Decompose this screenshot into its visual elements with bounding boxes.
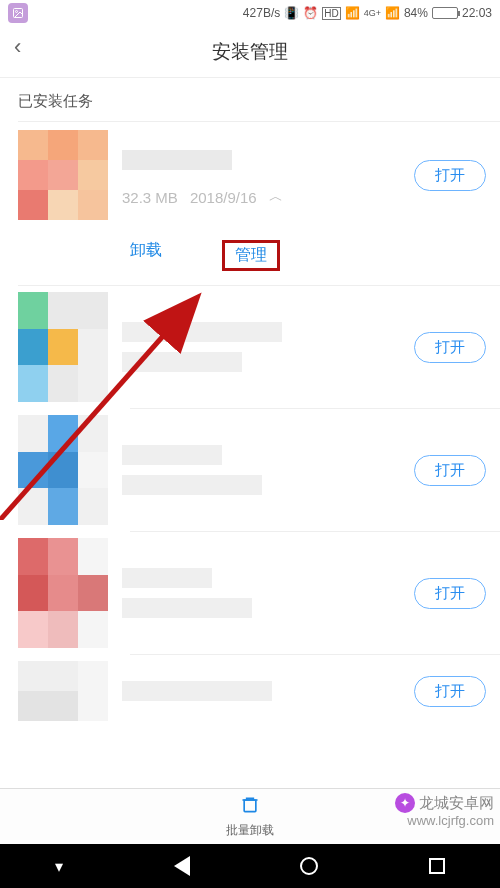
open-button[interactable]: 打开 [414, 676, 486, 707]
app-icon [18, 292, 108, 402]
net-4g: 4G+ [364, 8, 381, 18]
battery-icon [432, 7, 458, 19]
app-meta-placeholder [122, 475, 262, 495]
app-name-placeholder [122, 150, 232, 170]
nav-home-icon[interactable] [300, 857, 318, 875]
clock: 22:03 [462, 6, 492, 20]
app-row[interactable]: 打开 [0, 532, 500, 654]
app-row[interactable]: 打开 [0, 286, 500, 408]
app-date: 2018/9/16 [190, 189, 257, 206]
app-row[interactable]: 32.3 MB 2018/9/16 ︿ 打开 [0, 122, 500, 228]
nav-back-icon[interactable] [174, 856, 190, 876]
app-icon [18, 661, 108, 721]
vibrate-icon: 📳 [284, 6, 299, 20]
app-row[interactable]: 打开 [0, 409, 500, 531]
app-icon [18, 415, 108, 525]
net-speed: 427B/s [243, 6, 280, 20]
app-name-placeholder [122, 681, 272, 701]
hd-icon: HD [322, 7, 340, 20]
gallery-icon [8, 3, 28, 23]
open-button[interactable]: 打开 [414, 332, 486, 363]
app-meta-placeholder [122, 598, 252, 618]
svg-point-1 [16, 11, 18, 13]
nav-dropdown-icon[interactable]: ▾ [55, 857, 63, 876]
app-name-placeholder [122, 322, 282, 342]
chevron-up-icon[interactable]: ︿ [269, 188, 283, 206]
watermark: ✦龙城安卓网 www.lcjrfg.com [395, 793, 494, 828]
app-row[interactable]: 打开 [0, 655, 500, 721]
manage-button[interactable]: 管理 [235, 246, 267, 263]
open-button[interactable]: 打开 [414, 455, 486, 486]
status-bar: 427B/s 📳 ⏰ HD 📶 4G+ 📶 84% 22:03 [0, 0, 500, 26]
open-button[interactable]: 打开 [414, 160, 486, 191]
page-title: 安装管理 [0, 26, 500, 78]
batch-uninstall-button[interactable]: 批量卸载 [226, 822, 274, 839]
signal-2g: 📶 [345, 6, 360, 20]
app-actions: 卸载 管理 [0, 228, 500, 285]
svg-rect-3 [244, 800, 256, 812]
app-icon [18, 130, 108, 220]
manage-button-highlight: 管理 [222, 240, 280, 271]
android-nav-bar: ▾ [0, 844, 500, 888]
app-name-placeholder [122, 445, 222, 465]
signal-4g: 📶 [385, 6, 400, 20]
battery-pct: 84% [404, 6, 428, 20]
app-meta-placeholder [122, 352, 242, 372]
alarm-icon: ⏰ [303, 6, 318, 20]
app-size: 32.3 MB [122, 189, 178, 206]
section-installed-title: 已安装任务 [0, 78, 500, 121]
open-button[interactable]: 打开 [414, 578, 486, 609]
app-name-placeholder [122, 568, 212, 588]
nav-recent-icon[interactable] [429, 858, 445, 874]
app-icon [18, 538, 108, 648]
watermark-logo-icon: ✦ [395, 793, 415, 813]
uninstall-button[interactable]: 卸载 [130, 240, 162, 271]
back-icon[interactable]: ‹ [14, 34, 21, 60]
trash-icon[interactable] [240, 795, 260, 820]
